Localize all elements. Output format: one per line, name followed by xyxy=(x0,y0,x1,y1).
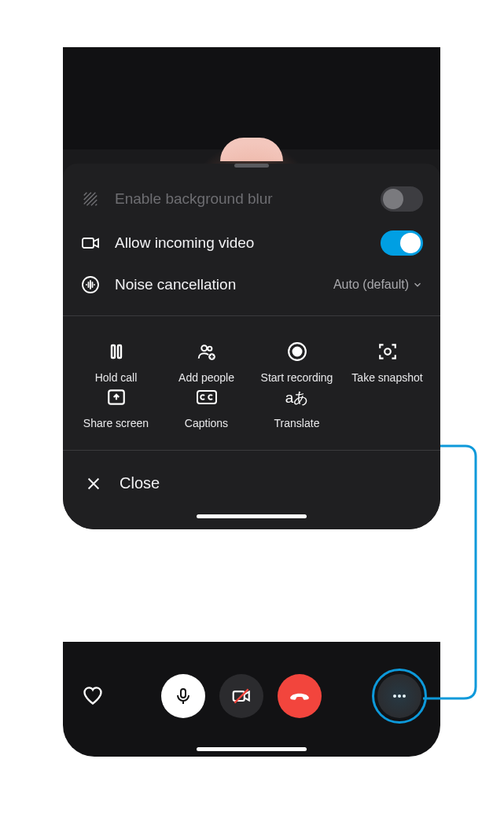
chevron-down-icon xyxy=(412,279,423,290)
setting-label: Enable background blur xyxy=(115,190,366,208)
action-label: Start recording xyxy=(261,371,333,384)
more-button[interactable] xyxy=(377,674,421,718)
action-start-recording[interactable]: Start recording xyxy=(252,340,342,384)
pause-icon xyxy=(105,340,128,363)
svg-rect-2 xyxy=(112,345,115,358)
action-label: Share screen xyxy=(83,417,149,429)
video-icon xyxy=(80,233,101,253)
record-icon xyxy=(285,340,309,363)
react-heart-button[interactable] xyxy=(82,684,105,708)
settings-list: Enable background blur Allow incoming vi… xyxy=(63,174,440,315)
call-options-sheet: Enable background blur Allow incoming vi… xyxy=(63,47,440,529)
camera-button[interactable] xyxy=(219,674,263,718)
action-translate[interactable]: aあ Translate xyxy=(252,385,342,429)
divider xyxy=(63,450,440,451)
noise-value: Auto (default) xyxy=(333,278,423,292)
divider xyxy=(63,315,440,316)
close-button[interactable]: Close xyxy=(63,457,440,514)
avatar xyxy=(220,138,283,161)
svg-point-9 xyxy=(384,348,391,355)
share-screen-icon xyxy=(105,385,128,409)
blur-toggle[interactable] xyxy=(381,186,423,212)
home-indicator xyxy=(197,514,307,518)
call-video-area xyxy=(63,47,440,149)
close-icon xyxy=(85,475,102,492)
action-label: Add people xyxy=(178,371,234,384)
blur-icon xyxy=(80,189,101,209)
svg-rect-3 xyxy=(118,345,121,358)
action-take-snapshot[interactable]: Take snapshot xyxy=(342,340,432,384)
action-label: Hold call xyxy=(95,371,138,384)
action-add-people[interactable]: Add people xyxy=(161,340,252,384)
action-share-screen[interactable]: Share screen xyxy=(71,385,161,429)
actions-grid: Hold call Add people xyxy=(63,322,440,450)
sheet-grab-handle[interactable] xyxy=(234,164,269,168)
action-label: Translate xyxy=(274,417,320,429)
svg-point-4 xyxy=(201,345,207,351)
noise-icon xyxy=(80,274,101,295)
video-toggle[interactable] xyxy=(381,230,423,256)
setting-background-blur: Enable background blur xyxy=(63,177,440,221)
add-people-icon xyxy=(195,340,219,363)
more-icon xyxy=(390,687,409,706)
action-label: Captions xyxy=(185,417,228,429)
translate-icon: aあ xyxy=(285,385,309,409)
mic-button[interactable] xyxy=(161,674,205,718)
noise-value-text: Auto (default) xyxy=(333,278,409,292)
setting-incoming-video: Allow incoming video xyxy=(63,221,440,265)
setting-label: Allow incoming video xyxy=(115,234,366,252)
call-buttons xyxy=(123,674,360,718)
captions-icon xyxy=(195,385,219,409)
hangup-button[interactable] xyxy=(278,674,322,718)
action-hold-call[interactable]: Hold call xyxy=(71,340,161,384)
svg-point-14 xyxy=(393,695,396,698)
setting-label: Noise cancellation xyxy=(115,276,319,293)
action-label: Take snapshot xyxy=(351,371,422,384)
svg-point-5 xyxy=(208,347,212,351)
home-indicator xyxy=(197,747,307,751)
close-label: Close xyxy=(120,474,160,492)
setting-noise-cancellation[interactable]: Noise cancellation Auto (default) xyxy=(63,265,440,304)
svg-point-16 xyxy=(403,695,406,698)
svg-point-15 xyxy=(398,695,401,698)
options-sheet: Enable background blur Allow incoming vi… xyxy=(63,164,440,529)
svg-rect-0 xyxy=(83,238,94,248)
action-captions[interactable]: Captions xyxy=(161,385,252,429)
svg-point-8 xyxy=(292,348,301,356)
svg-rect-12 xyxy=(181,689,186,698)
call-control-bar xyxy=(63,642,440,757)
snapshot-icon xyxy=(376,340,399,363)
